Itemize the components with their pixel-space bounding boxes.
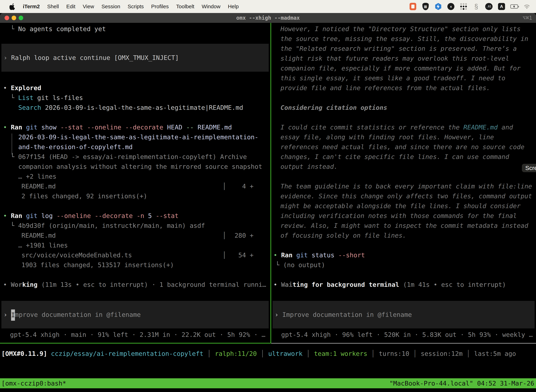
terminal-body: └ No agents completed yet › Ralph loop a… <box>0 23 536 392</box>
thinking-paragraph-line: this single essay, it seems like a good … <box>271 73 536 83</box>
omx-team-counter: team:1 workers <box>314 350 367 357</box>
menu-item-window[interactable]: Window <box>202 4 220 9</box>
diffstat-line: src/voice/voiceModeEnabled.ts│54 + <box>0 250 270 260</box>
thinking-heading: Considering citation options <box>271 103 536 112</box>
shield-icon[interactable]: ▦ <box>422 3 429 10</box>
thinking-paragraph-line: references need actual files, and since … <box>271 142 536 152</box>
git-show-output-line: 2026-03-09-is-legal-the-same-as-legitima… <box>0 132 270 142</box>
omx-session-timer: session:12m <box>421 350 463 357</box>
ralph-loop-banner: › Ralph loop active continue [OMX_TMUX_I… <box>1 44 269 72</box>
thinking-paragraph-line: review. Also, I might want to inspect th… <box>271 221 536 231</box>
thinking-paragraph-line: output instead. <box>271 162 536 172</box>
window-shortcut-badge: ⌥⌘1 <box>523 13 532 23</box>
ran-git-log-line: • Ran git log --oneline --decorate -n 5 … <box>0 211 270 221</box>
menu-item-edit[interactable]: Edit <box>66 4 76 9</box>
more-lines-indicator: … +2 lines <box>0 172 270 182</box>
letter-a-badge-icon[interactable]: A <box>498 3 505 10</box>
chat-bubble-icon[interactable] <box>409 3 417 10</box>
thinking-paragraph-line: of focusing solely on file lines. <box>271 231 536 240</box>
bullet-icon: • <box>3 281 7 288</box>
diffstat-line: README.md│4 + <box>0 182 270 191</box>
explored-search-line: Search 2026-03-09-is-legal-the-same-as-l… <box>0 103 270 112</box>
tree-corner-glyph: └ <box>10 222 18 229</box>
omx-turns-counter: turns:10 <box>379 350 409 357</box>
tmux-host-clock: "MacBook-Pro-44.local" 04:52 31-Mar-26 <box>389 378 534 388</box>
tree-corner-glyph: └ <box>10 153 18 160</box>
commit-line: └ 4b9d30f (origin/main, instructkr/main,… <box>0 221 270 231</box>
tree-corner-glyph: └ <box>276 261 283 269</box>
macos-menu-bar: iTerm2 Shell Edit View Session Scripts P… <box>0 0 536 13</box>
tmux-session-window: [omx-cczip0:bash* <box>1 380 66 387</box>
menu-item-view[interactable]: View <box>83 4 94 9</box>
tmux-status-bar: [omx-cczip0:bash*"MacBook-Pro-44.local" … <box>0 378 536 388</box>
diffstat-summary: 2 files changed, 92 insertions(+) <box>0 191 270 201</box>
left-prompt-input[interactable]: › Improve documentation in @filename <box>1 301 269 328</box>
no-output-line: └ (no output) <box>271 260 536 270</box>
commit-line: companion analysis without altering the … <box>0 162 270 172</box>
menu-item-shell[interactable]: Shell <box>47 4 59 9</box>
pane-divider[interactable] <box>270 23 271 343</box>
battery-icon[interactable] <box>510 3 518 10</box>
thinking-paragraph-line: evidence. Since this change only affects… <box>271 191 536 201</box>
crescent-circle-icon[interactable]: ◖ <box>447 3 455 10</box>
waiting-status-line: • Waiting for background terminal (1m 41… <box>271 280 536 289</box>
menu-item-help[interactable]: Help <box>228 4 239 9</box>
omx-mode-label: ultrawork <box>268 350 302 357</box>
chevron-prompt-icon: › <box>273 311 282 318</box>
omx-branch-path: cczip/essay/ai-reimplementation-copyleft <box>51 350 203 357</box>
omx-last-activity: last:5m ago <box>474 350 516 357</box>
chevron-prompt-icon: › <box>1 54 11 61</box>
badge-61-icon[interactable]: ..61 <box>485 3 493 10</box>
no-agents-line: └ No agents completed yet <box>0 24 270 34</box>
right-session-status: gpt-5.4 xhigh · 96% left · 520K in · 5.8… <box>271 330 536 340</box>
wifi-icon[interactable] <box>523 3 531 10</box>
working-status-line: • Working (11m 13s • esc to interrupt) ·… <box>0 280 270 289</box>
bullet-icon: • <box>273 252 277 259</box>
commit-line: └ 067f154 (HEAD -> essay/ai-reimplementa… <box>0 152 270 162</box>
dots-grid-icon[interactable] <box>460 3 467 10</box>
menu-item-app[interactable]: iTerm2 <box>23 4 40 9</box>
menu-item-session[interactable]: Session <box>101 4 120 9</box>
more-lines-indicator: … +1901 lines <box>0 240 270 250</box>
thinking-paragraph-line: slight risk that future readers may over… <box>271 54 536 63</box>
left-session-status: gpt-5.4 xhigh · main · 91% left · 2.31M … <box>0 330 270 340</box>
ran-git-status-line: • Ran git status --short <box>271 250 536 260</box>
bullet-icon: • <box>3 124 7 131</box>
left-agent-pane[interactable]: └ No agents completed yet › Ralph loop a… <box>0 23 270 343</box>
thinking-paragraph-line: essay file, along with finding root file… <box>271 132 536 142</box>
screen-share-tooltip[interactable]: Scre <box>522 164 536 172</box>
window-title: omx --xhigh --madmax <box>0 13 536 23</box>
thinking-paragraph-line: I could cite commit statistics or refere… <box>271 122 536 132</box>
git-show-output-line: and-the-erosion-of-copyleft.md <box>0 142 270 152</box>
bolt-hexagon-icon[interactable] <box>434 3 442 10</box>
readme-file-reference: README.md <box>463 124 498 131</box>
menu-item-scripts[interactable]: Scripts <box>128 4 144 9</box>
omx-status-line: [OMX#0.11.9] cczip/essay/ai-reimplementa… <box>0 349 536 359</box>
right-agent-pane[interactable]: However, I noticed the "Directory Struct… <box>271 23 536 343</box>
menu-status-icons: ▦ ◖ § ..61 A <box>409 0 531 13</box>
chevron-prompt-icon: › <box>1 311 11 318</box>
diffstat-summary: 1903 files changed, 513517 insertions(+) <box>0 260 270 270</box>
bullet-icon: • <box>3 84 7 92</box>
window-title-bar: omx --xhigh --madmax ⌥⌘1 <box>0 13 536 23</box>
omx-version-badge: [OMX#0.11.9] <box>1 350 47 357</box>
omx-ralph-counter: ralph:11/20 <box>215 350 257 357</box>
explored-list-line: └ List git ls-files <box>0 93 270 103</box>
thinking-paragraph-line: However, I noticed the "Directory Struct… <box>271 24 536 34</box>
text-cursor: I <box>11 309 15 321</box>
squiggle-icon[interactable]: § <box>472 3 480 10</box>
thinking-paragraph-line: provide file and line references from th… <box>271 83 536 93</box>
diffstat-line: README.md│280 + <box>0 231 270 240</box>
left-pane-bottom-border <box>0 343 270 344</box>
tree-corner-glyph: └ <box>10 94 18 101</box>
ran-git-show-line: • Ran git show --stat --oneline --decora… <box>0 122 270 132</box>
menu-item-profiles[interactable]: Profiles <box>151 4 169 9</box>
tree-corner-glyph: └ <box>10 25 18 33</box>
menu-item-toolbelt[interactable]: Toolbelt <box>176 4 194 9</box>
right-pane-bottom-border <box>271 343 536 344</box>
thinking-paragraph-line: might be acceptable alongside the file l… <box>271 201 536 211</box>
thinking-paragraph-line: the "Related research writing" section i… <box>271 44 536 54</box>
apple-logo-icon[interactable] <box>10 3 15 10</box>
right-prompt-input[interactable]: › Improve documentation in @filename <box>273 301 535 328</box>
thinking-paragraph-line: The team guideline is to back every impo… <box>271 182 536 191</box>
